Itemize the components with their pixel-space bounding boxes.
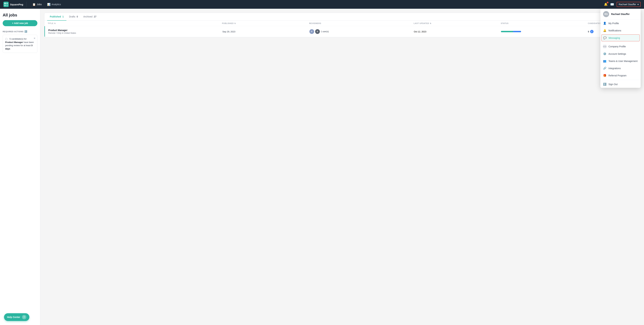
published-sort-icon: ⇅ bbox=[234, 23, 236, 24]
page-title: All jobs bbox=[3, 13, 38, 18]
tab-drafts[interactable]: Drafts 0 bbox=[66, 13, 81, 21]
content-area: Published 1 Drafts 0 Archived 27 TITLE ⇅ bbox=[40, 9, 644, 325]
notification-badge bbox=[607, 2, 608, 3]
table-header: TITLE ⇅ PUBLISHED ⇅ REVIEWERS LAST UPDAT… bbox=[44, 21, 640, 26]
reviewer-avatar-2: R bbox=[315, 29, 320, 34]
company-profile-label: Company Profile bbox=[608, 45, 626, 48]
svg-rect-1 bbox=[4, 3, 6, 4]
jobs-icon: 📋 bbox=[32, 3, 36, 6]
integrations-icon: 🔗 bbox=[603, 67, 606, 70]
svg-rect-3 bbox=[4, 5, 6, 6]
action-card-text: 5 candidate(s) for: Product Manager have… bbox=[5, 38, 34, 50]
tab-archived[interactable]: Archived 27 bbox=[81, 13, 99, 21]
squarepeg-logo-icon bbox=[3, 2, 9, 7]
dropdown-user-header: RS Rachael Stauffer bbox=[600, 9, 641, 20]
dropdown-user-name: Rachael Stauffer bbox=[611, 13, 630, 16]
status-bar-cell bbox=[501, 31, 588, 32]
help-icon: ? bbox=[22, 315, 26, 319]
required-actions-title: REQUIRED ACTIONS ℹ️ bbox=[3, 30, 38, 33]
col-status: STATUS bbox=[501, 22, 588, 24]
dropdown-item-messaging[interactable]: 💬 Messaging bbox=[602, 35, 640, 41]
my-profile-label: My Profile bbox=[608, 22, 619, 25]
table-row: Product Manager Remote • Only in United … bbox=[44, 26, 640, 37]
col-published[interactable]: PUBLISHED ⇅ bbox=[222, 22, 309, 24]
main-header: SquarePeg 📋 Jobs 📊 Analytics 🔔 ✉️ Rachae… bbox=[0, 0, 644, 9]
col-last-updated[interactable]: LAST UPDATED ⇅ bbox=[414, 22, 500, 24]
svg-rect-0 bbox=[3, 2, 9, 7]
action-card-close-button[interactable]: ✕ bbox=[34, 37, 36, 40]
message-icon: 💬 bbox=[603, 36, 606, 40]
job-subtitle: Remote • Only in United States bbox=[48, 32, 222, 34]
help-center-button[interactable]: Help Center ? bbox=[4, 313, 29, 321]
main-nav: 📋 Jobs 📊 Analytics bbox=[30, 2, 604, 7]
teams-user-management-label: Teams & User Management bbox=[608, 60, 638, 63]
svg-point-4 bbox=[6, 5, 8, 6]
dropdown-item-my-profile[interactable]: 👤 My Profile bbox=[600, 20, 641, 27]
logo-text: SquarePeg bbox=[10, 3, 23, 6]
action-card: 5 candidate(s) for: Product Manager have… bbox=[3, 35, 38, 53]
referral-icon: 🎁 bbox=[603, 74, 606, 77]
user-dropdown-menu: RS Rachael Stauffer 👤 My Profile 🔔 Notif… bbox=[600, 9, 641, 88]
dropdown-item-notifications[interactable]: 🔔 Notifications bbox=[600, 27, 641, 34]
reviewers-cell: P R 1 user(s) bbox=[310, 29, 414, 34]
jobs-panel: Published 1 Drafts 0 Archived 27 TITLE ⇅ bbox=[44, 13, 640, 37]
dropdown-item-company-profile[interactable]: RYSE Company Profile bbox=[600, 43, 641, 50]
svg-rect-2 bbox=[6, 3, 8, 4]
integrations-label: Integrations bbox=[608, 67, 621, 70]
col-title[interactable]: TITLE ⇅ bbox=[48, 22, 222, 24]
gear-icon: ⚙️ bbox=[603, 52, 606, 55]
company-logo-icon: RYSE bbox=[603, 45, 606, 48]
team-icon: 👥 bbox=[603, 60, 606, 63]
info-icon: ℹ️ bbox=[24, 30, 27, 33]
account-settings-label: Account Settings bbox=[608, 53, 626, 55]
logo-area: SquarePeg bbox=[3, 2, 27, 7]
main-layout: All jobs + Add new job REQUIRED ACTIONS … bbox=[0, 9, 644, 325]
chevron-down-icon: ▾ bbox=[638, 3, 639, 6]
notifications-label: Notifications bbox=[608, 29, 621, 32]
nav-analytics[interactable]: 📊 Analytics bbox=[45, 2, 63, 7]
job-title[interactable]: Product Manager bbox=[48, 29, 222, 32]
tab-published[interactable]: Published 1 bbox=[47, 13, 66, 21]
action-circle-indicator bbox=[5, 38, 8, 40]
bell-icon: 🔔 bbox=[603, 29, 606, 32]
last-updated-cell: Oct 12, 2023 bbox=[414, 30, 501, 33]
user-menu-trigger[interactable]: Rachael Stauffer ▾ bbox=[617, 2, 641, 7]
reviewer-avatar-1: P bbox=[310, 29, 314, 34]
dropdown-item-sign-out[interactable]: ℹ️ Sign Out bbox=[600, 81, 641, 88]
sidebar: All jobs + Add new job REQUIRED ACTIONS … bbox=[0, 9, 40, 325]
candidates-count: 5 bbox=[588, 30, 589, 33]
signout-icon: ℹ️ bbox=[603, 83, 606, 86]
messages-button[interactable]: ✉️ bbox=[610, 3, 614, 6]
published-date: Sep 29, 2023 bbox=[222, 30, 310, 33]
dropdown-item-integrations[interactable]: 🔗 Integrations bbox=[600, 65, 641, 72]
user-name-header: Rachael Stauffer bbox=[619, 3, 636, 6]
title-sort-icon: ⇅ bbox=[54, 23, 56, 24]
candidates-badge: 2 bbox=[590, 30, 594, 33]
nav-jobs[interactable]: 📋 Jobs bbox=[30, 2, 44, 7]
add-new-job-button[interactable]: + Add new job bbox=[3, 20, 38, 26]
analytics-icon: 📊 bbox=[47, 3, 50, 6]
job-title-cell: Product Manager Remote • Only in United … bbox=[48, 29, 222, 34]
dropdown-user-avatar: RS bbox=[603, 11, 609, 17]
dropdown-item-teams-user-management[interactable]: 👥 Teams & User Management bbox=[600, 57, 641, 65]
help-center-label: Help Center bbox=[7, 316, 20, 318]
messaging-label: Messaging bbox=[608, 37, 620, 39]
reviewer-count-text: 1 user(s) bbox=[321, 30, 329, 33]
tabs-bar: Published 1 Drafts 0 Archived 27 bbox=[44, 13, 640, 21]
notifications-button[interactable]: 🔔 bbox=[604, 3, 608, 6]
referral-program-label: Referral Program bbox=[608, 74, 626, 77]
header-right: 🔔 ✉️ Rachael Stauffer ▾ bbox=[604, 2, 641, 7]
last-updated-sort-icon: ⇅ bbox=[430, 23, 431, 24]
dropdown-item-referral-program[interactable]: 🎁 Referral Program bbox=[600, 72, 641, 79]
dropdown-item-account-settings[interactable]: ⚙️ Account Settings bbox=[600, 50, 641, 57]
status-progress-bar bbox=[501, 31, 521, 32]
person-icon: 👤 bbox=[603, 22, 606, 25]
sign-out-label: Sign Out bbox=[608, 83, 618, 86]
col-reviewers: REVIEWERS bbox=[309, 22, 414, 24]
